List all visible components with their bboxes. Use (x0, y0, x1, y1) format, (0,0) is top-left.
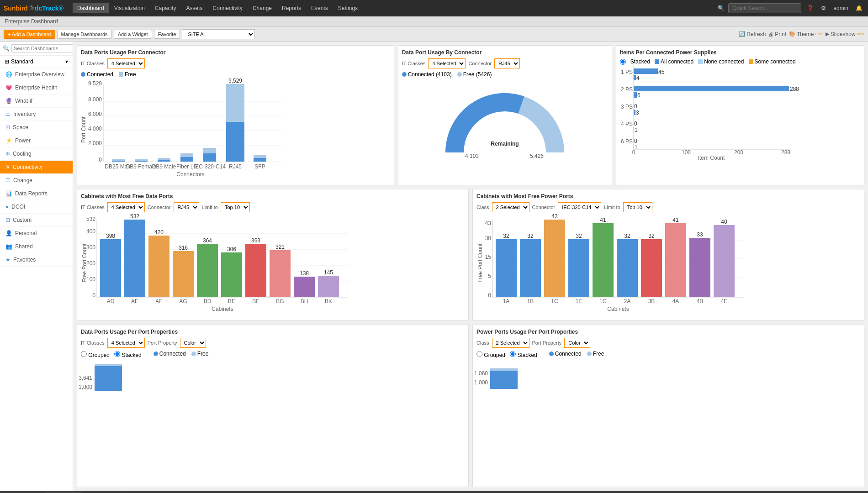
stacked-radio[interactable] (620, 59, 626, 65)
nav-change[interactable]: Change (248, 3, 276, 13)
sidebar-item-enterprise-health[interactable]: 💗 Enterprise Health (0, 81, 73, 94)
filter-row-dpc: IT Classes 4 Selected (81, 58, 390, 68)
nav-settings[interactable]: Settings (333, 3, 362, 13)
cfd-connector[interactable]: RJ45 (174, 202, 199, 212)
sidebar-item-space[interactable]: ⊡ Space (0, 121, 73, 134)
inventory-icon: ☰ (5, 111, 11, 117)
settings-icon[interactable]: ⚙ (819, 4, 828, 12)
site-selector[interactable]: SITE A (182, 29, 255, 39)
svg-text:0: 0 (634, 138, 637, 144)
svg-text:43: 43 (485, 220, 492, 226)
svg-rect-102 (318, 276, 339, 297)
ppp-class[interactable]: 2 Selected (492, 338, 529, 348)
widget-title-data-ports-connector: Data Ports Usage Per Connector (81, 49, 390, 56)
svg-text:138: 138 (300, 270, 309, 277)
it-classes-select-2[interactable]: 4 Selected (428, 58, 466, 68)
sidebar-item-inventory[interactable]: ☰ Inventory (0, 108, 73, 121)
add-widget-button[interactable]: Add a Widget (114, 30, 152, 39)
dpp-grouped-radio[interactable] (81, 351, 87, 357)
refresh-button[interactable]: 🔄 Refresh (739, 31, 766, 37)
nav-right: 🔍 ❓ ⚙ admin 🔔 (718, 3, 864, 13)
svg-text:5,426: 5,426 (530, 153, 544, 159)
svg-text:0: 0 (92, 292, 95, 299)
user-icon[interactable]: admin (831, 4, 850, 12)
svg-rect-84 (100, 239, 121, 297)
sidebar-item-personal[interactable]: 👤 Personal (0, 227, 73, 240)
slideshow-button[interactable]: ▶ SlideshowBeta (826, 31, 864, 37)
cfp-class[interactable]: 2 Selected (492, 202, 529, 212)
sidebar-item-data-reports[interactable]: 📊 Data Reports (0, 187, 73, 200)
cfp-chart: Free Port Count 0 5 15 30 43 (476, 215, 860, 317)
connectivity-icon: ✕ (5, 164, 10, 170)
nav-assets[interactable]: Assets (182, 3, 207, 13)
notifications-icon[interactable]: 🔔 (854, 4, 864, 12)
ppp-port-property[interactable]: Color (564, 338, 590, 348)
svg-rect-50 (634, 68, 658, 74)
nav-connectivity[interactable]: Connectivity (208, 3, 247, 13)
bottom-bar: IT Classes Selected IT Classes Port Prop… (0, 491, 868, 493)
svg-text:5: 5 (488, 273, 491, 279)
nav-events[interactable]: Events (307, 3, 333, 13)
svg-text:363: 363 (251, 237, 260, 244)
sidebar-item-power[interactable]: ⚡ Power (0, 134, 73, 147)
svg-rect-94 (221, 252, 242, 297)
top-navigation: Sunbird ® dcTrack® Dashboard Visualizati… (0, 0, 868, 16)
sidebar-item-cooling[interactable]: ❄ Cooling (0, 147, 73, 161)
connector-select[interactable]: RJ45 (494, 58, 520, 68)
sidebar-item-whatif[interactable]: 🔮 What-if (0, 94, 73, 108)
svg-rect-126 (496, 239, 517, 297)
svg-rect-21 (203, 153, 216, 162)
svg-text:300: 300 (86, 244, 95, 251)
it-classes-select[interactable]: 4 Selected (107, 58, 145, 68)
svg-text:1,060: 1,060 (474, 370, 488, 377)
ppp-grouped-radio[interactable] (476, 351, 482, 357)
cfp-limit[interactable]: Top 10 (623, 202, 652, 212)
svg-rect-140 (665, 223, 686, 297)
svg-rect-26 (254, 155, 266, 158)
svg-text:8,000: 8,000 (88, 96, 102, 103)
sidebar-item-change[interactable]: ☰ Change (0, 174, 73, 187)
add-dashboard-button[interactable]: + Add a Dashboard (4, 30, 55, 39)
nav-dashboard[interactable]: Dashboard (73, 3, 109, 13)
svg-text:1 PS: 1 PS (621, 69, 633, 75)
sidebar-search-input[interactable] (11, 44, 73, 52)
breadcrumb-label: Enterprise Dashboard (5, 18, 58, 25)
favorite-button[interactable]: Favorite (154, 30, 180, 39)
svg-text:4,103: 4,103 (465, 153, 479, 159)
connector-label: Connector (468, 61, 492, 66)
sidebar-item-enterprise-overview[interactable]: 🌐 Enterprise Overview (0, 68, 73, 81)
dpp-stacked-radio[interactable] (114, 351, 120, 357)
cfd-limit[interactable]: Top 10 (221, 202, 250, 212)
filter-row-ppp: Class 2 Selected Port Property Color (476, 338, 860, 348)
nav-capacity[interactable]: Capacity (150, 3, 181, 13)
nav-reports[interactable]: Reports (277, 3, 306, 13)
cfd-it-classes[interactable]: 4 Selected (107, 202, 145, 212)
sidebar-item-dcoi[interactable]: ● DCOI (0, 200, 73, 214)
dpp-port-property[interactable]: Color (180, 338, 206, 348)
help-icon[interactable]: ❓ (805, 4, 815, 12)
svg-rect-54 (634, 86, 789, 91)
svg-text:1A: 1A (503, 298, 510, 304)
svg-rect-92 (197, 244, 218, 297)
nav-visualization[interactable]: Visualization (110, 3, 149, 13)
svg-text:30: 30 (485, 235, 492, 241)
print-button[interactable]: 🖨 Print (768, 31, 786, 37)
sidebar: 🔍 ✕ ⊞ Standard ▾ 🌐 Enterprise Overview 💗… (0, 42, 73, 491)
personal-icon: 👤 (5, 230, 12, 236)
sidebar-item-connectivity[interactable]: ✕ Connectivity (0, 161, 73, 174)
dpp-it-classes[interactable]: 4 Selected (107, 338, 145, 348)
svg-rect-160 (95, 364, 122, 366)
ppp-stacked-radio[interactable] (510, 351, 516, 357)
global-search-input[interactable] (728, 3, 801, 13)
theme-button[interactable]: 🎨 ThemeBeta (789, 31, 823, 37)
svg-rect-98 (270, 250, 291, 297)
sidebar-category-standard[interactable]: ⊞ Standard ▾ (0, 56, 73, 68)
sidebar-item-shared[interactable]: 👥 Shared (0, 240, 73, 253)
svg-rect-67 (634, 144, 634, 150)
svg-text:AG: AG (179, 298, 187, 304)
sidebar-item-favorites[interactable]: ★ Favorites (0, 253, 73, 267)
manage-dashboards-button[interactable]: Manage Dashboards (57, 30, 112, 39)
sidebar-item-custom[interactable]: ⊡ Custom (0, 214, 73, 227)
cfp-connector[interactable]: IEC-320-C14 (558, 202, 601, 212)
svg-text:1: 1 (635, 127, 638, 133)
